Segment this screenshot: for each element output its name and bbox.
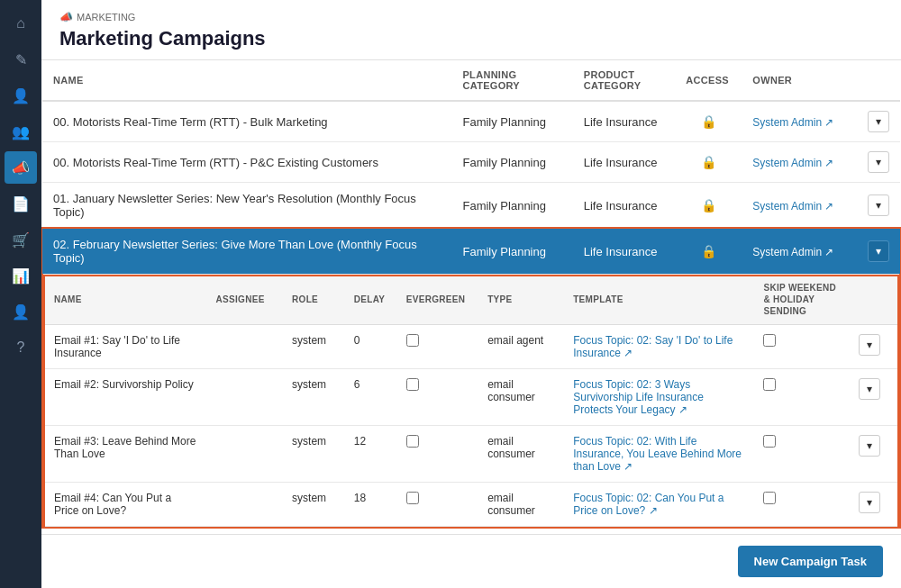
skip-header-text: SKIP WEEKEND & HOLIDAY SENDING [763, 283, 836, 316]
task-evergreen [397, 325, 478, 369]
task-name: Email #2: Survivorship Policy [45, 369, 207, 426]
planning-category: Family Planning [451, 101, 572, 142]
task-dropdown-btn[interactable]: ▾ [859, 435, 880, 457]
help-icon[interactable]: ? [5, 331, 37, 364]
expanded-subtable-row: NAME ASSIGNEE ROLE DELAY EVERGREEN TYPE … [42, 275, 900, 529]
task-role: system [283, 325, 345, 369]
task-template: Focus Topic: 02: Can You Put a Price on … [564, 483, 754, 527]
page-title: Marketing Campaigns [59, 27, 883, 50]
task-assignee [207, 426, 284, 483]
table-row[interactable]: 00. Motorists Real-Time Term (RTT) - Bul… [42, 101, 900, 142]
sub-col-assignee: ASSIGNEE [207, 275, 284, 325]
person-icon[interactable]: 👤 [5, 79, 37, 112]
product-category: Life Insurance [573, 183, 676, 229]
table-row[interactable]: 01. January Newsletter Series: New Year'… [42, 183, 900, 229]
task-dropdown-btn[interactable]: ▾ [859, 334, 880, 356]
task-name: Email #1: Say 'I Do' to Life Insurance [45, 325, 207, 369]
template-link[interactable]: Focus Topic: 02: Can You Put a Price on … [573, 492, 724, 517]
access-cell: 🔒 [675, 229, 742, 275]
evergreen-checkbox[interactable] [406, 334, 419, 347]
megaphone-icon[interactable]: 📣 [5, 151, 37, 184]
task-dropdown-btn[interactable]: ▾ [859, 492, 880, 513]
col-access: ACCESS [675, 60, 742, 101]
action-cell: ▾ [853, 142, 900, 183]
sub-table-row: Email #4: Can You Put a Price on Love? s… [45, 483, 897, 527]
owner-link[interactable]: System Admin ↗ [752, 200, 833, 213]
task-skip [754, 325, 850, 369]
task-template: Focus Topic: 02: With Life Insurance, Yo… [564, 426, 754, 483]
home-icon[interactable]: ⌂ [5, 7, 37, 40]
breadcrumb-icon: 📣 [59, 11, 73, 23]
group-icon[interactable]: 👥 [5, 115, 37, 148]
task-skip [754, 426, 850, 483]
owner-link[interactable]: System Admin ↗ [752, 157, 833, 169]
sub-table-row: Email #3: Leave Behind More Than Love sy… [45, 426, 897, 483]
task-template: Focus Topic: 02: 3 Ways Survivorship Lif… [564, 369, 754, 426]
skip-checkbox[interactable] [763, 378, 776, 391]
lock-icon: 🔒 [701, 244, 716, 258]
task-delay: 18 [345, 483, 397, 527]
sidebar: ⌂ ✎ 👤 👥 📣 📄 🛒 📊 👤 ? [0, 0, 41, 588]
task-name: Email #3: Leave Behind More Than Love [45, 426, 207, 483]
owner-cell: System Admin ↗ [742, 229, 853, 275]
user2-icon[interactable]: 👤 [5, 295, 37, 328]
product-category: Life Insurance [573, 142, 676, 183]
task-assignee [207, 483, 284, 527]
breadcrumb: 📣 MARKETING [59, 11, 883, 23]
row-dropdown-btn[interactable]: ▾ [868, 151, 889, 173]
product-category: Life Insurance [573, 101, 676, 142]
task-assignee [207, 369, 284, 426]
campaigns-table-container[interactable]: NAME PLANNING CATEGORY PRODUCT CATEGORY … [41, 60, 901, 534]
col-owner: OWNER [742, 60, 853, 101]
sub-col-role: ROLE [283, 275, 345, 325]
owner-link[interactable]: System Admin ↗ [752, 246, 833, 258]
task-type: email agent [478, 325, 564, 369]
sub-table-row: Email #1: Say 'I Do' to Life Insurance s… [45, 325, 897, 369]
lock-icon: 🔒 [701, 198, 716, 213]
campaign-name: 00. Motorists Real-Time Term (RTT) - P&C… [42, 142, 451, 183]
task-action: ▾ [850, 325, 897, 369]
access-cell: 🔒 [675, 142, 742, 183]
campaign-name: 00. Motorists Real-Time Term (RTT) - Bul… [42, 101, 451, 142]
task-type: email consumer [478, 369, 564, 426]
task-dropdown-btn[interactable]: ▾ [859, 378, 880, 400]
template-link[interactable]: Focus Topic: 02: With Life Insurance, Yo… [573, 435, 742, 473]
skip-checkbox[interactable] [763, 492, 776, 504]
page-footer: New Campaign Task [41, 534, 901, 588]
task-assignee [207, 325, 284, 369]
chart-icon[interactable]: 📊 [5, 259, 37, 292]
evergreen-checkbox[interactable] [406, 378, 419, 391]
task-template: Focus Topic: 02: Say 'I Do' to Life Insu… [564, 325, 754, 369]
row-dropdown-btn[interactable]: ▾ [868, 240, 889, 262]
row-dropdown-btn[interactable]: ▾ [868, 194, 889, 216]
row-dropdown-btn[interactable]: ▾ [868, 111, 889, 132]
owner-link[interactable]: System Admin ↗ [752, 116, 833, 129]
task-delay: 12 [345, 426, 397, 483]
template-link[interactable]: Focus Topic: 02: Say 'I Do' to Life Insu… [573, 334, 733, 359]
sub-col-name: NAME [45, 275, 207, 325]
action-cell: ▾ [853, 183, 900, 229]
col-planning: PLANNING CATEGORY [451, 60, 572, 101]
lock-icon: 🔒 [701, 114, 716, 129]
task-type: email consumer [478, 483, 564, 527]
selected-table-row[interactable]: 02. February Newsletter Series: Give Mor… [42, 229, 900, 275]
skip-checkbox[interactable] [763, 334, 776, 347]
task-role: system [283, 483, 345, 527]
sub-col-type: TYPE [478, 275, 564, 325]
sub-col-delay: DELAY [345, 275, 397, 325]
table-row[interactable]: 00. Motorists Real-Time Term (RTT) - P&C… [42, 142, 900, 183]
campaign-name: 02. February Newsletter Series: Give Mor… [42, 229, 451, 275]
table-header-row: NAME PLANNING CATEGORY PRODUCT CATEGORY … [42, 60, 900, 101]
template-link[interactable]: Focus Topic: 02: 3 Ways Survivorship Lif… [573, 378, 704, 416]
col-product: PRODUCT CATEGORY [573, 60, 676, 101]
cart-icon[interactable]: 🛒 [5, 223, 37, 256]
page-header: 📣 MARKETING Marketing Campaigns [41, 0, 901, 60]
evergreen-checkbox[interactable] [406, 435, 419, 448]
edit-icon[interactable]: ✎ [5, 43, 37, 76]
document-icon[interactable]: 📄 [5, 187, 37, 220]
task-evergreen [397, 483, 478, 527]
new-campaign-task-button[interactable]: New Campaign Task [738, 546, 883, 577]
skip-checkbox[interactable] [763, 435, 776, 448]
evergreen-checkbox[interactable] [406, 492, 419, 504]
task-delay: 0 [345, 325, 397, 369]
